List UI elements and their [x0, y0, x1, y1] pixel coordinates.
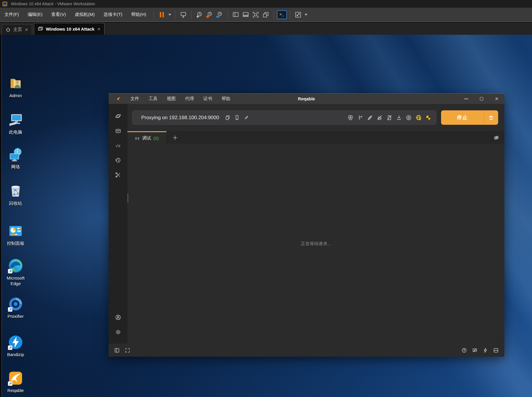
desktop-icon-recycle-bin[interactable]: 回收站 [2, 183, 29, 206]
tab-home[interactable]: 主页 ✕ [2, 24, 32, 35]
add-tab-button[interactable] [167, 131, 184, 144]
stop-proxy-button[interactable]: 停止 [441, 110, 498, 125]
desktop-icon-network[interactable]: 网络 [2, 147, 29, 170]
globe-off-icon [415, 114, 422, 121]
console-view-button[interactable]: >_ [277, 10, 287, 19]
revert-snapshot-icon [206, 11, 213, 18]
maximize-icon [480, 97, 483, 100]
performance-button[interactable] [483, 348, 488, 353]
vm-menu-tabs[interactable]: 选项卡(T) [99, 8, 127, 21]
script-off-icon [386, 115, 392, 121]
feedback-button[interactable] [472, 348, 478, 353]
desktop-icon-proxifier[interactable]: Proxifier [2, 296, 29, 319]
proxy-status-box[interactable]: Proxying on 192.168.100.204:9000 [132, 110, 436, 125]
scrollbar-thumb[interactable] [127, 193, 128, 203]
reqable-statusbar [109, 343, 504, 357]
sqrt-icon: √x [116, 143, 121, 148]
sidebar-item-collections[interactable] [109, 123, 127, 138]
sidebar-item-account[interactable] [109, 310, 127, 325]
reqable-tabrow: 调试(0) [127, 131, 504, 144]
rq-menu-view[interactable]: 视图 [162, 94, 180, 104]
stretch-guest-button[interactable] [293, 9, 303, 20]
maximize-button[interactable] [474, 94, 489, 104]
home-icon [6, 27, 11, 32]
vm-menu-edit[interactable]: 编辑(E) [23, 8, 47, 21]
waiting-for-requests-text: 正在等待请求... [301, 241, 331, 247]
close-button[interactable]: ✕ [489, 94, 504, 104]
sidebar-item-traffic[interactable] [109, 109, 127, 123]
take-snapshot-button[interactable] [194, 9, 205, 20]
toolbar-separator [191, 11, 192, 19]
chevron-down-icon [305, 14, 307, 16]
rq-menu-proxy[interactable]: 代理 [180, 94, 199, 104]
hide-columns-button[interactable] [488, 131, 504, 144]
expand-view-button[interactable] [125, 348, 130, 353]
close-tab-icon[interactable]: ✕ [97, 27, 101, 31]
toggle-bottom-panel-button[interactable] [493, 348, 499, 353]
toolbox-icon [115, 172, 121, 178]
clear-traffic-button[interactable] [484, 110, 498, 125]
rq-menu-cert[interactable]: 证书 [199, 94, 217, 104]
ssl-lock-button[interactable] [348, 115, 353, 121]
desktop-icon-control-panel[interactable]: 控制面板 [2, 223, 29, 246]
minimize-icon [464, 99, 468, 99]
vm-menu-help[interactable]: 帮助(H) [127, 8, 151, 21]
send-ctrl-alt-del-button[interactable] [178, 9, 188, 20]
tab-vm-windows10[interactable]: Windows 10 x64 Attack ✕ [34, 23, 104, 35]
desktop-icon-reqable[interactable]: Reqable [2, 370, 29, 393]
vm-menu-file[interactable]: 文件(F) [0, 8, 23, 21]
breakpoint-toggle-button[interactable] [357, 115, 363, 121]
vmware-titlebar: Windows 10 x64 Attack - VMware Workstati… [0, 0, 532, 8]
download-button[interactable] [396, 115, 402, 121]
pencil-icon [244, 115, 249, 120]
desktop-icon-this-pc[interactable]: 此电脑 [2, 112, 29, 135]
bug-toggle-button[interactable] [377, 115, 383, 121]
bug-off-icon [377, 115, 383, 121]
sidebar-item-settings[interactable] [109, 325, 127, 339]
flash-icon [483, 348, 488, 353]
close-tab-icon[interactable]: ✕ [25, 27, 28, 32]
help-button[interactable] [461, 348, 467, 353]
desktop-icon-edge[interactable]: Microsoft Edge [2, 258, 29, 286]
pause-vm-button[interactable] [157, 9, 167, 20]
copy-button[interactable] [225, 115, 230, 120]
pause-dropdown[interactable] [167, 9, 172, 20]
reqable-logo-icon [116, 96, 122, 102]
vm-menu-view[interactable]: 查看(V) [47, 8, 70, 21]
desktop-icon-bandizip[interactable]: Bandizip [2, 334, 29, 357]
broadcast-icon [135, 136, 140, 141]
sidebar-item-toolbox[interactable] [109, 167, 127, 182]
desktop-icon-label: Proxifier [2, 313, 29, 319]
sidebar-item-history[interactable] [109, 153, 127, 167]
user-folder-icon [8, 75, 24, 91]
traffic-list-area[interactable]: 正在等待请求... [127, 144, 504, 343]
pause-icon [160, 12, 164, 17]
revert-snapshot-button[interactable] [205, 9, 215, 20]
desktop-icon-admin[interactable]: Admin [2, 75, 29, 98]
sidebar-item-scripts[interactable]: √x [109, 138, 127, 153]
unity-mode-button[interactable] [261, 9, 271, 20]
global-proxy-button[interactable] [415, 114, 422, 121]
edit-proxy-button[interactable] [244, 115, 249, 120]
vmware-tabbar: 主页 ✕ Windows 10 x64 Attack ✕ [0, 23, 532, 35]
drop-mode-button[interactable] [406, 115, 412, 121]
minimize-button[interactable] [458, 94, 474, 104]
show-thumbnail-bar-button[interactable] [241, 9, 251, 20]
rq-menu-tools[interactable]: 工具 [144, 94, 162, 104]
toggle-sidebar-button[interactable] [114, 348, 120, 353]
compose-off-icon [367, 115, 373, 121]
rq-menu-help[interactable]: 帮助 [217, 94, 235, 104]
show-library-button[interactable] [231, 9, 241, 20]
certificate-button[interactable] [425, 115, 431, 121]
stretch-dropdown[interactable] [303, 9, 308, 20]
composer-toggle-button[interactable] [367, 115, 373, 121]
reqable-titlebar[interactable]: 文件 工具 视图 代理 证书 帮助 Reqable ✕ [109, 94, 504, 104]
tab-debug[interactable]: 调试(0) [127, 131, 167, 144]
script-toggle-button[interactable] [386, 115, 392, 121]
fullscreen-button[interactable] [251, 9, 261, 20]
stretch-guest-icon [295, 11, 302, 18]
rq-menu-file[interactable]: 文件 [126, 94, 144, 104]
mobile-proxy-button[interactable] [234, 115, 240, 120]
vm-menu-vm[interactable]: 虚拟机(M) [70, 8, 99, 21]
manage-snapshots-button[interactable] [215, 9, 225, 20]
